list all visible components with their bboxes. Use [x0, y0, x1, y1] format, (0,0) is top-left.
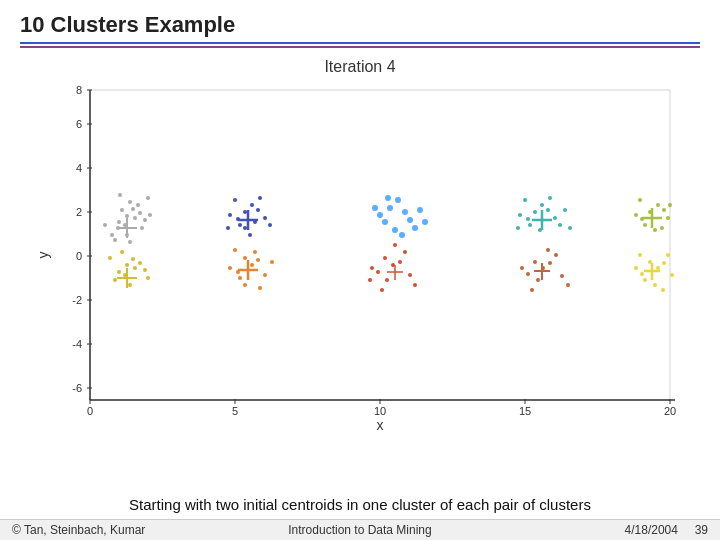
svg-point-100: [402, 209, 408, 215]
svg-text:x: x: [377, 417, 384, 433]
svg-point-76: [233, 198, 237, 202]
svg-point-88: [253, 250, 257, 254]
svg-point-93: [258, 286, 262, 290]
svg-point-55: [117, 270, 121, 274]
svg-text:5: 5: [232, 405, 238, 417]
svg-point-41: [136, 203, 140, 207]
svg-point-71: [238, 223, 242, 227]
svg-point-63: [120, 250, 124, 254]
svg-point-91: [243, 283, 247, 287]
svg-point-121: [368, 278, 372, 282]
svg-point-143: [548, 261, 552, 265]
page-title: 10 Clusters Example: [20, 12, 700, 38]
svg-point-110: [383, 256, 387, 260]
svg-point-147: [560, 274, 564, 278]
subtitle-text: Starting with two initial centroids in o…: [0, 492, 720, 519]
svg-point-142: [526, 272, 530, 276]
divider-blue: [20, 42, 700, 44]
svg-point-172: [634, 266, 638, 270]
footer-bar: © Tan, Steinbach, Kumar Introduction to …: [0, 519, 720, 540]
svg-point-64: [146, 276, 150, 280]
svg-point-140: [533, 260, 537, 264]
svg-text:-4: -4: [72, 338, 82, 350]
svg-point-171: [666, 253, 670, 257]
svg-point-130: [518, 213, 522, 217]
svg-point-154: [656, 203, 660, 207]
svg-point-163: [668, 203, 672, 207]
svg-point-160: [653, 228, 657, 232]
svg-point-59: [113, 278, 117, 282]
svg-point-170: [643, 278, 647, 282]
svg-point-133: [523, 198, 527, 202]
svg-point-174: [638, 253, 642, 257]
svg-text:-2: -2: [72, 294, 82, 306]
svg-point-108: [417, 207, 423, 213]
svg-point-47: [113, 238, 117, 242]
svg-point-58: [133, 266, 137, 270]
svg-point-119: [393, 243, 397, 247]
svg-point-106: [385, 195, 391, 201]
svg-point-68: [250, 203, 254, 207]
svg-rect-0: [90, 90, 670, 400]
svg-point-115: [403, 250, 407, 254]
svg-text:-6: -6: [72, 382, 82, 394]
svg-point-134: [548, 196, 552, 200]
svg-text:4: 4: [76, 162, 82, 174]
svg-point-104: [412, 225, 418, 231]
svg-point-105: [392, 227, 398, 233]
svg-point-159: [634, 213, 638, 217]
svg-point-136: [568, 226, 572, 230]
svg-point-60: [143, 268, 147, 272]
svg-point-49: [118, 193, 122, 197]
svg-point-42: [148, 213, 152, 217]
svg-point-162: [660, 226, 664, 230]
svg-point-78: [248, 233, 252, 237]
footer-date: 4/18/2004: [625, 523, 678, 537]
svg-point-127: [546, 208, 550, 212]
svg-point-148: [530, 288, 534, 292]
svg-point-103: [372, 205, 378, 211]
title-area: 10 Clusters Example: [0, 0, 720, 52]
svg-point-79: [226, 226, 230, 230]
footer-info: 4/18/2004 39: [534, 523, 708, 537]
svg-point-39: [128, 200, 132, 204]
svg-point-101: [382, 219, 388, 225]
svg-point-176: [670, 273, 674, 277]
svg-point-129: [553, 216, 557, 220]
svg-point-84: [250, 263, 254, 267]
svg-point-146: [520, 266, 524, 270]
svg-point-126: [526, 217, 530, 221]
svg-point-73: [228, 213, 232, 217]
svg-point-45: [140, 226, 144, 230]
svg-point-131: [558, 223, 562, 227]
chart-area: Iteration 4 y 8 6 4 2 0: [0, 52, 720, 492]
svg-point-156: [662, 208, 666, 212]
svg-point-56: [138, 261, 142, 265]
svg-point-168: [640, 272, 644, 276]
svg-point-120: [413, 283, 417, 287]
svg-point-46: [103, 223, 107, 227]
svg-point-92: [233, 248, 237, 252]
svg-point-36: [133, 216, 137, 220]
svg-point-90: [263, 273, 267, 277]
svg-point-149: [546, 248, 550, 252]
svg-point-107: [399, 232, 405, 238]
page-container: 10 Clusters Example Iteration 4 y 8 6: [0, 0, 720, 540]
svg-point-144: [536, 278, 540, 282]
svg-text:0: 0: [76, 250, 82, 262]
svg-point-125: [540, 203, 544, 207]
svg-point-83: [243, 256, 247, 260]
svg-point-97: [387, 205, 393, 211]
svg-point-116: [370, 266, 374, 270]
svg-point-62: [128, 283, 132, 287]
svg-point-118: [380, 288, 384, 292]
svg-point-87: [238, 276, 242, 280]
svg-point-43: [110, 233, 114, 237]
svg-text:6: 6: [76, 118, 82, 130]
svg-point-102: [407, 217, 413, 223]
svg-point-50: [146, 196, 150, 200]
svg-point-128: [528, 223, 532, 227]
svg-text:15: 15: [519, 405, 531, 417]
svg-point-77: [258, 196, 262, 200]
svg-point-109: [422, 219, 428, 225]
